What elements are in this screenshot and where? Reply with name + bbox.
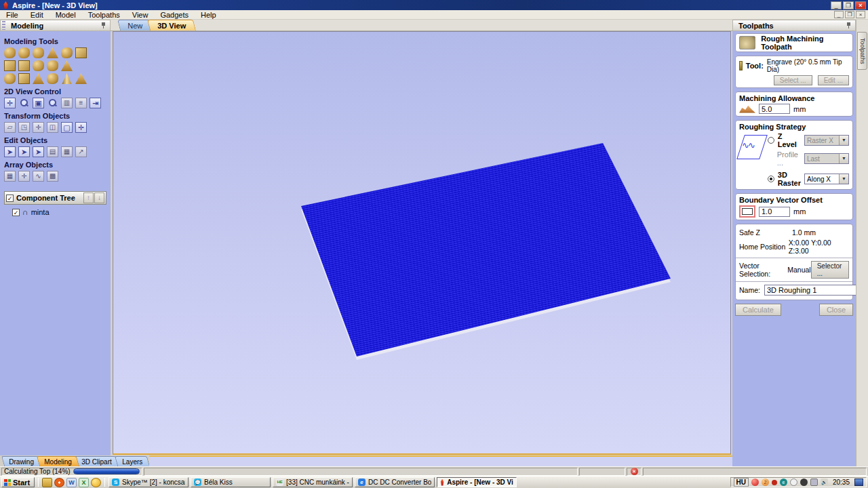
tray-shield-icon[interactable]: 2: [762, 479, 769, 486]
excel-quicklaunch-icon[interactable]: X: [79, 478, 89, 487]
zoom-box-icon[interactable]: ▣: [33, 98, 44, 108]
preview-window-icon[interactable]: ▥: [61, 98, 73, 108]
cone-tool-icon[interactable]: [33, 73, 44, 84]
close-panel-button[interactable]: Close: [819, 304, 853, 316]
tray-dot-icon[interactable]: [772, 480, 777, 485]
array-copy-icon[interactable]: ▦: [4, 171, 16, 182]
sweep-tool-icon[interactable]: [33, 47, 44, 58]
dome-tool-icon[interactable]: [18, 47, 30, 58]
3d-raster-select[interactable]: Along X▼: [804, 174, 849, 184]
tray-flag-icon[interactable]: [790, 479, 797, 486]
modeling-panel-header[interactable]: Modeling: [0, 20, 111, 31]
guides-icon[interactable]: ≡: [75, 98, 87, 108]
word-quicklaunch-icon[interactable]: W: [66, 478, 77, 487]
vector-chain-icon[interactable]: ∿: [33, 171, 44, 182]
fillet-icon[interactable]: ↗: [75, 146, 87, 157]
tab-3d-view[interactable]: 3D View: [147, 20, 196, 30]
taskbar-item-ie[interactable]: e DC DC Converter Boost ...: [355, 477, 435, 487]
stack-tool-icon[interactable]: [61, 73, 73, 84]
menu-help[interactable]: Help: [195, 11, 222, 19]
component-item-checkbox[interactable]: ✓: [12, 209, 20, 216]
boundary-offset-input[interactable]: [759, 207, 790, 217]
start-button[interactable]: Start: [1, 477, 35, 487]
profile-select[interactable]: Last▼: [804, 153, 849, 164]
menu-toolpaths[interactable]: Toolpaths: [82, 11, 126, 19]
select-cursor-icon[interactable]: ➤: [4, 146, 16, 157]
mdi-close-button[interactable]: ×: [856, 11, 865, 18]
selector-button[interactable]: Selector ...: [811, 261, 849, 279]
sculpt-tool-icon[interactable]: [47, 47, 58, 58]
toolpaths-vertical-tab[interactable]: Toolpaths: [857, 32, 867, 70]
cancel-calculation-button[interactable]: ×: [631, 468, 638, 475]
taskbar-item-skype[interactable]: S Skype™ [2] - koncsargy...: [108, 477, 189, 487]
tab-drawing[interactable]: Drawing: [1, 456, 41, 466]
z-level-radio[interactable]: [768, 137, 774, 144]
tray-network-icon[interactable]: [810, 479, 818, 486]
toolpaths-panel-header[interactable]: Toolpaths: [732, 20, 856, 31]
node-edit-icon[interactable]: ➤: [18, 146, 30, 157]
texture-tool-icon[interactable]: [61, 47, 73, 58]
import-component-icon[interactable]: [75, 47, 87, 58]
tool-edit-button[interactable]: Edit ...: [818, 75, 849, 85]
component-tree-header[interactable]: ✓ Component Tree ↑ ↓: [4, 191, 106, 205]
tab-layers[interactable]: Layers: [115, 456, 150, 466]
tray-audio-icon[interactable]: [800, 479, 808, 486]
distort-icon[interactable]: ▢: [61, 122, 73, 133]
mdi-minimize-button[interactable]: _: [834, 11, 844, 18]
close-button[interactable]: ×: [855, 1, 866, 9]
menu-gadgets[interactable]: Gadgets: [154, 11, 195, 19]
restore-button[interactable]: ❐: [843, 1, 854, 9]
show-desktop-icon[interactable]: [854, 479, 863, 486]
taskbar-item-bela-kiss[interactable]: 💬 Béla Kiss: [191, 477, 271, 487]
pan-icon[interactable]: ✛: [4, 98, 16, 108]
component-tree-checkbox[interactable]: ✓: [6, 195, 14, 202]
menu-file[interactable]: File: [0, 11, 24, 19]
outline-cone-tool-icon[interactable]: [75, 73, 87, 84]
messenger-quicklaunch-icon[interactable]: [91, 478, 101, 487]
z-level-select[interactable]: Raster X▼: [804, 135, 849, 146]
move-up-button[interactable]: ↑: [83, 192, 94, 203]
tray-volume-icon[interactable]: 🔉: [821, 479, 828, 486]
calculate-button[interactable]: Calculate: [735, 304, 781, 316]
tray-eset-icon[interactable]: e: [780, 479, 787, 486]
tool-select-button[interactable]: Select ...: [774, 75, 812, 85]
frame-tool-icon[interactable]: [4, 60, 16, 71]
group-icon[interactable]: ▤: [47, 146, 58, 157]
mirror-icon[interactable]: ◫: [47, 122, 58, 133]
nesting-icon[interactable]: ▩: [47, 171, 58, 182]
explorer-quicklaunch-icon[interactable]: [42, 478, 52, 487]
toolpath-name-input[interactable]: [764, 285, 866, 296]
sphere-tool-icon[interactable]: [4, 47, 16, 58]
move-down-button[interactable]: ↓: [94, 192, 104, 203]
menu-model[interactable]: Model: [50, 11, 82, 19]
menu-view[interactable]: View: [126, 11, 155, 19]
tray-red-icon[interactable]: [751, 479, 759, 486]
align-icon[interactable]: ✛: [33, 122, 44, 133]
zoom-icon[interactable]: [18, 98, 30, 108]
component-tree-item[interactable]: ✓ ∩ minta: [12, 207, 106, 217]
mdi-restore-button[interactable]: ❐: [845, 11, 854, 18]
dome2-tool-icon[interactable]: [47, 73, 58, 84]
menu-edit[interactable]: Edit: [24, 11, 50, 19]
measure-icon[interactable]: ➤: [33, 146, 44, 157]
mountain-tool-icon[interactable]: [61, 60, 73, 71]
tab-3d-clipart[interactable]: 3D Clipart: [74, 456, 119, 466]
move-icon[interactable]: ▱: [4, 122, 16, 133]
taskbar-item-cnc-forum[interactable]: HE [33] CNC munkáink - Hob...: [273, 477, 353, 487]
center-icon[interactable]: ✛: [75, 122, 87, 133]
minimize-button[interactable]: _: [831, 1, 842, 9]
clip-tool-icon[interactable]: [33, 60, 44, 71]
wrench-tool-icon[interactable]: [4, 73, 16, 84]
language-indicator[interactable]: HU: [734, 478, 749, 487]
3d-raster-radio[interactable]: [768, 176, 774, 182]
grid-tool-icon[interactable]: [18, 73, 30, 84]
tab-modeling[interactable]: Modeling: [37, 456, 79, 466]
mediaplayer-quicklaunch-icon[interactable]: [54, 478, 64, 487]
emboss-tool-icon[interactable]: [18, 60, 30, 71]
3d-view-canvas[interactable]: [113, 31, 731, 455]
ungroup-icon[interactable]: ▦: [61, 146, 73, 157]
pin-icon[interactable]: [100, 22, 106, 28]
switch-view-icon[interactable]: ⇥: [90, 98, 101, 108]
taskbar-item-aspire[interactable]: Aspire - [New - 3D Vie...: [437, 477, 517, 487]
blend-tool-icon[interactable]: [47, 60, 58, 71]
